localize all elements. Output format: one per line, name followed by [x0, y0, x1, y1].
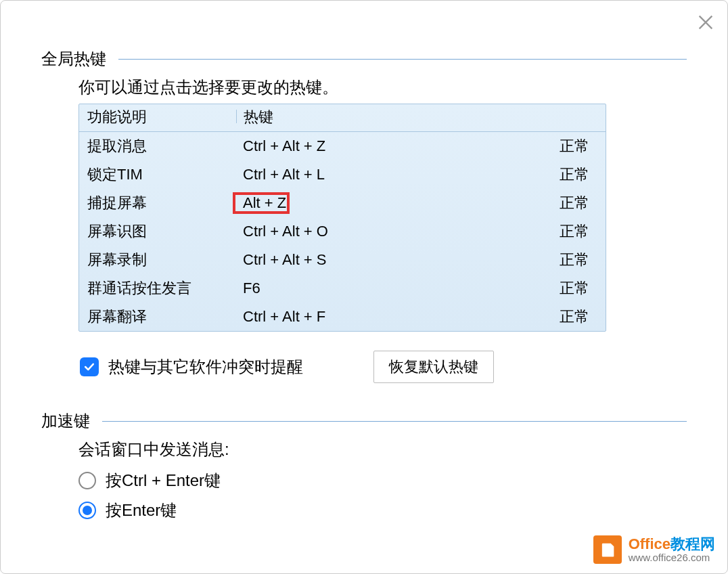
section-title-global: 全局热键	[41, 48, 106, 70]
divider	[118, 59, 687, 60]
cell-hotkey[interactable]: Ctrl + Alt + O	[236, 223, 493, 240]
cell-status: 正常	[493, 136, 606, 156]
send-message-label: 会话窗口中发送消息:	[78, 439, 687, 460]
radio-group: 按Ctrl + Enter键按Enter键	[41, 470, 687, 521]
table-row[interactable]: 屏幕识图Ctrl + Alt + O正常	[79, 217, 606, 246]
radio-option[interactable]: 按Ctrl + Enter键	[78, 470, 687, 491]
table-body: 提取消息Ctrl + Alt + Z正常锁定TIMCtrl + Alt + L正…	[79, 132, 606, 331]
watermark-url: www.office26.com	[629, 552, 715, 564]
global-hotkeys-section: 全局热键 你可以通过点击选择要更改的热键。 功能说明 热键 提取消息Ctrl +…	[41, 48, 687, 383]
header-func: 功能说明	[87, 107, 236, 127]
close-icon	[696, 13, 715, 32]
settings-dialog: 全局热键 你可以通过点击选择要更改的热键。 功能说明 热键 提取消息Ctrl +…	[0, 0, 728, 574]
section-header-global: 全局热键	[41, 48, 687, 70]
cell-func: 锁定TIM	[87, 164, 236, 185]
cell-status: 正常	[493, 250, 606, 270]
header-key: 热键	[237, 107, 494, 127]
cell-status: 正常	[493, 278, 606, 299]
watermark: Office教程网 www.office26.com	[593, 535, 715, 564]
conflict-label: 热键与其它软件冲突时提醒	[108, 356, 303, 378]
options-row: 热键与其它软件冲突时提醒 恢复默认热键	[80, 351, 687, 383]
table-row[interactable]: 群通话按住发言F6正常	[79, 274, 606, 303]
close-button[interactable]	[696, 13, 715, 32]
radio-button[interactable]	[78, 472, 96, 489]
cell-status: 正常	[493, 221, 606, 242]
table-row[interactable]: 锁定TIMCtrl + Alt + L正常	[79, 160, 606, 189]
restore-defaults-button[interactable]: 恢复默认热键	[373, 351, 494, 383]
accelerator-section: 加速键 会话窗口中发送消息: 按Ctrl + Enter键按Enter键	[41, 410, 687, 521]
radio-label: 按Enter键	[106, 500, 177, 521]
watermark-brand-en: Office	[629, 535, 670, 552]
section-title-accel: 加速键	[41, 410, 90, 432]
cell-func: 提取消息	[87, 136, 236, 156]
table-row[interactable]: 屏幕录制Ctrl + Alt + S正常	[79, 246, 606, 274]
radio-option[interactable]: 按Enter键	[78, 500, 687, 521]
cell-hotkey[interactable]: Alt + Z	[236, 194, 493, 212]
cell-func: 屏幕翻译	[87, 307, 236, 327]
divider	[102, 421, 687, 422]
section-header-accel: 加速键	[41, 410, 687, 432]
cell-func: 捕捉屏幕	[87, 193, 236, 213]
check-icon	[83, 360, 96, 374]
cell-hotkey[interactable]: Ctrl + Alt + S	[236, 251, 493, 269]
radio-label: 按Ctrl + Enter键	[106, 470, 221, 491]
conflict-checkbox[interactable]	[80, 357, 99, 376]
radio-button[interactable]	[78, 502, 96, 519]
cell-func: 屏幕识图	[87, 221, 236, 242]
watermark-logo-icon	[593, 535, 622, 564]
cell-hotkey[interactable]: Ctrl + Alt + F	[236, 308, 493, 326]
cell-hotkey[interactable]: Ctrl + Alt + L	[236, 166, 493, 183]
cell-status: 正常	[493, 307, 606, 327]
table-header: 功能说明 热键	[79, 104, 606, 132]
cell-func: 群通话按住发言	[87, 278, 236, 299]
instruction-text: 你可以通过点击选择要更改的热键。	[78, 76, 687, 98]
cell-status: 正常	[493, 193, 606, 213]
cell-hotkey[interactable]: F6	[236, 280, 493, 297]
table-row[interactable]: 捕捉屏幕Alt + Z正常	[79, 189, 606, 217]
cell-status: 正常	[493, 164, 606, 185]
watermark-text: Office教程网 www.office26.com	[629, 536, 715, 564]
cell-func: 屏幕录制	[87, 250, 236, 270]
watermark-title: Office教程网	[629, 536, 715, 552]
table-row[interactable]: 提取消息Ctrl + Alt + Z正常	[79, 132, 606, 160]
hotkey-table: 功能说明 热键 提取消息Ctrl + Alt + Z正常锁定TIMCtrl + …	[78, 104, 606, 332]
watermark-brand-cn: 教程网	[670, 535, 715, 552]
table-row[interactable]: 屏幕翻译Ctrl + Alt + F正常	[79, 303, 606, 331]
cell-hotkey[interactable]: Ctrl + Alt + Z	[236, 137, 493, 155]
